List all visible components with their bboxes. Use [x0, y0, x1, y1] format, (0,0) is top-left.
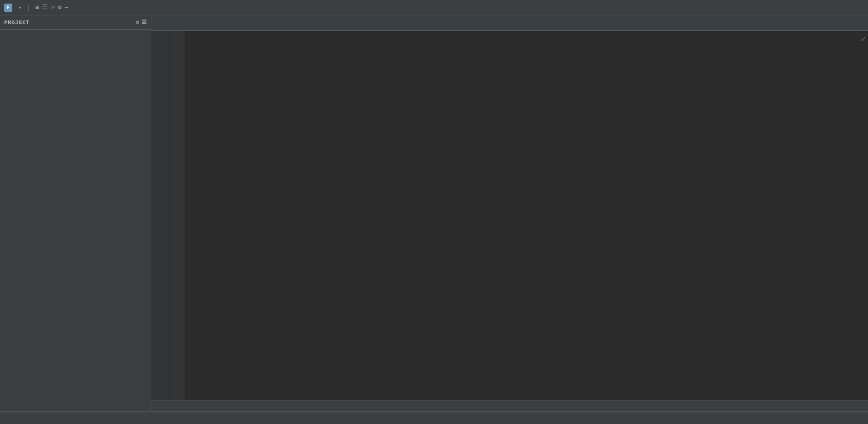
sidebar-header: Project ⚙ ☰	[0, 15, 151, 30]
nav-icon-3[interactable]: ⇌	[51, 4, 54, 11]
sidebar-icon-2[interactable]: ☰	[142, 19, 147, 26]
check-icon: ✓	[861, 34, 866, 44]
tab-bar	[151, 15, 868, 31]
nav-icon-4[interactable]: ⚙	[58, 4, 62, 11]
title-bar-left: P ▾ | ⊞ ☰ ⇌ ⚙ ─	[4, 4, 68, 12]
project-icon: P	[4, 4, 12, 12]
sidebar: Project ⚙ ☰	[0, 15, 151, 411]
nav-icon-2[interactable]: ☰	[42, 4, 48, 11]
sidebar-icons: ⚙ ☰	[135, 19, 147, 26]
editor-footer	[151, 400, 868, 411]
gutter	[174, 31, 185, 400]
nav-icon-5[interactable]: ─	[65, 4, 68, 11]
main-area: Project ⚙ ☰ ✓	[0, 15, 868, 411]
editor-area: ✓	[151, 15, 868, 411]
sidebar-icon-1[interactable]: ⚙	[135, 19, 139, 26]
editor-content: ✓	[151, 31, 868, 400]
sidebar-tree	[0, 30, 151, 411]
dropdown-icon[interactable]: ▾	[18, 5, 22, 11]
title-bar: P ▾ | ⊞ ☰ ⇌ ⚙ ─	[0, 0, 868, 15]
status-bar	[0, 411, 868, 424]
code-area[interactable]	[185, 31, 868, 400]
nav-icon-1[interactable]: ⊞	[35, 4, 39, 11]
sidebar-title: Project	[4, 19, 30, 26]
line-numbers	[151, 31, 174, 400]
